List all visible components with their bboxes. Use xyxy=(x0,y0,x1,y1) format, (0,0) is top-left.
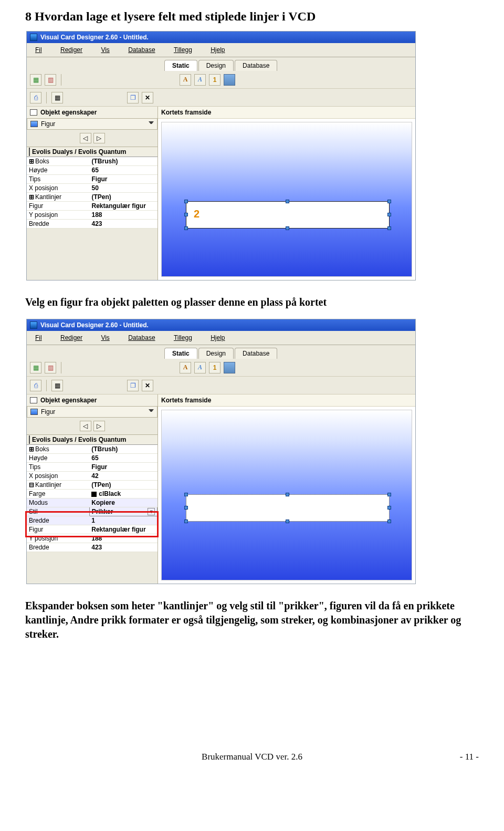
new-icon[interactable]: ▦ xyxy=(30,74,41,86)
clone-icon[interactable]: ❐ xyxy=(127,92,139,103)
panel-title-2: Objekt egenskaper xyxy=(40,397,97,404)
tab-database[interactable]: Database xyxy=(235,348,277,359)
footer-center: Brukermanual VCD ver. 2.6 xyxy=(202,752,302,762)
text3d-tool-icon[interactable]: A xyxy=(194,74,206,86)
grid-icon[interactable]: ▦ xyxy=(51,92,63,103)
property-row[interactable]: Kantlinjer(TPen) xyxy=(27,193,158,202)
red-highlight xyxy=(25,511,159,537)
text-tool-icon[interactable]: A xyxy=(180,362,191,373)
menu-vis[interactable]: Vis xyxy=(92,332,118,344)
right-column: Kortets framside 2 xyxy=(158,107,415,280)
grid-icon[interactable]: ▦ xyxy=(51,380,63,391)
property-row[interactable]: X posisjon50 xyxy=(27,184,158,193)
nav-next[interactable]: ▷ xyxy=(93,133,105,143)
figur-icon xyxy=(30,409,38,415)
panel-icon xyxy=(30,397,37,403)
counter-tool-icon[interactable]: 1 xyxy=(209,74,220,86)
panel-title: Objekt egenskaper xyxy=(40,109,97,116)
figur-icon xyxy=(30,121,38,127)
text-tool-icon[interactable]: A xyxy=(180,74,191,86)
tab-database[interactable]: Database xyxy=(235,60,277,71)
property-row[interactable]: ModusKopiere xyxy=(27,498,158,507)
image-tool-icon[interactable] xyxy=(224,74,235,86)
menu-hjelp[interactable]: Hjelp xyxy=(202,332,233,344)
left-column: Objekt egenskaper Figur ◁ ▷ Evolis Dualy… xyxy=(27,107,158,280)
nav-next[interactable]: ▷ xyxy=(93,421,105,431)
property-row[interactable]: Bredde423 xyxy=(27,220,158,228)
property-row[interactable]: FargeclBlack xyxy=(27,490,158,498)
paragraph-2: Ekspander boksen som heter "kantlinjer" … xyxy=(25,599,479,641)
page-number: - 11 - xyxy=(460,752,479,762)
menu-vis[interactable]: Vis xyxy=(92,44,118,56)
menu-fil[interactable]: Fil xyxy=(27,332,50,344)
chevron-down-icon xyxy=(149,121,154,127)
property-row[interactable]: FigurRektangulær figur xyxy=(27,202,158,211)
menu-fil[interactable]: Fil xyxy=(27,44,50,56)
property-row[interactable]: Høyde65 xyxy=(27,166,158,175)
chevron-down-icon xyxy=(149,409,154,414)
new-icon[interactable]: ▦ xyxy=(30,362,41,373)
tab-design[interactable]: Design xyxy=(198,60,234,71)
section-heading: 8 Hvordan lage et lysere felt med stiple… xyxy=(25,9,479,24)
property-row[interactable]: Kantlinjer(TPen) xyxy=(27,481,158,490)
nav-prev[interactable]: ◁ xyxy=(80,421,91,431)
toolbar-2b: ⎙ ▦ ❐ ✕ xyxy=(27,377,415,394)
open-icon[interactable]: ▥ xyxy=(45,362,56,373)
property-grid-1: Evolis Dualys / Evolis Quantum Boks(TBru… xyxy=(27,147,158,228)
menu-bar-2: Fil Rediger Vis Database Tillegg Hjelp xyxy=(27,331,415,345)
paragraph-1: Velg en figur fra objekt paletten og pla… xyxy=(25,295,479,309)
tab-row: Static Design Database xyxy=(27,57,415,71)
canvas-caption-2: Kortets framside xyxy=(158,394,415,407)
print-icon[interactable]: ⎙ xyxy=(30,380,41,391)
toolbar-2: ⎙ ▦ ❐ ✕ xyxy=(27,89,415,107)
tab-design[interactable]: Design xyxy=(198,348,234,359)
property-row[interactable]: Bredde423 xyxy=(27,543,158,552)
left-column-2: Objekt egenskaper Figur ◁ ▷ Evolis Dualy… xyxy=(27,394,158,584)
menu-hjelp[interactable]: Hjelp xyxy=(202,44,233,56)
window-title: Visual Card Designer 2.60 - Untitled. xyxy=(40,34,149,41)
property-row[interactable]: X posisjon42 xyxy=(27,472,158,481)
menu-database[interactable]: Database xyxy=(120,44,163,56)
delete-icon[interactable]: ✕ xyxy=(142,380,153,391)
menu-tillegg[interactable]: Tillegg xyxy=(165,44,201,56)
figur-label-2: Figur xyxy=(41,408,55,416)
toolbar-1b: ▦ ▥ A A 1 xyxy=(27,359,415,377)
card-canvas[interactable]: 2 xyxy=(161,122,412,277)
tab-static[interactable]: Static xyxy=(164,60,197,71)
menu-database[interactable]: Database xyxy=(120,332,163,344)
vcd-screenshot-2: Visual Card Designer 2.60 - Untitled. Fi… xyxy=(26,319,416,584)
text3d-tool-icon[interactable]: A xyxy=(194,362,206,373)
selected-figure[interactable]: 2 xyxy=(186,201,390,228)
figur-label: Figur xyxy=(41,120,55,128)
title-bar-2: Visual Card Designer 2.60 - Untitled. xyxy=(27,319,415,331)
print-icon[interactable]: ⎙ xyxy=(30,92,41,103)
property-row[interactable]: Y posisjon188 xyxy=(27,211,158,220)
selected-figure-dotted[interactable] xyxy=(186,494,390,522)
menu-rediger[interactable]: Rediger xyxy=(52,44,91,56)
open-icon[interactable]: ▥ xyxy=(45,74,56,86)
property-row[interactable]: TipsFigur xyxy=(27,463,158,472)
property-row[interactable]: Boks(TBrush) xyxy=(27,157,158,166)
figur-dropdown[interactable]: Figur xyxy=(27,119,158,130)
clone-icon[interactable]: ❐ xyxy=(127,380,139,391)
delete-icon[interactable]: ✕ xyxy=(142,92,153,103)
panel-header-2: Objekt egenskaper xyxy=(27,394,158,407)
toolbar-1: ▦ ▥ A A 1 xyxy=(27,71,415,89)
menu-tillegg[interactable]: Tillegg xyxy=(165,332,201,344)
nav-prev[interactable]: ◁ xyxy=(80,133,91,143)
image-tool-icon[interactable] xyxy=(224,362,235,373)
property-row[interactable]: Boks(TBrush) xyxy=(27,445,158,454)
figur-dropdown-2[interactable]: Figur xyxy=(27,407,158,418)
menu-rediger[interactable]: Rediger xyxy=(52,332,91,344)
nav-arrows-2: ◁ ▷ xyxy=(27,418,158,435)
card-canvas-2[interactable] xyxy=(161,410,412,580)
counter-tool-icon[interactable]: 1 xyxy=(209,362,220,373)
panel-icon xyxy=(30,109,37,116)
app-icon xyxy=(30,321,37,329)
menu-bar: Fil Rediger Vis Database Tillegg Hjelp xyxy=(27,43,415,57)
tab-row-2: Static Design Database xyxy=(27,345,415,359)
window-title-2: Visual Card Designer 2.60 - Untitled. xyxy=(40,321,149,329)
property-row[interactable]: Høyde65 xyxy=(27,454,158,463)
tab-static[interactable]: Static xyxy=(164,348,197,359)
property-row[interactable]: TipsFigur xyxy=(27,175,158,184)
